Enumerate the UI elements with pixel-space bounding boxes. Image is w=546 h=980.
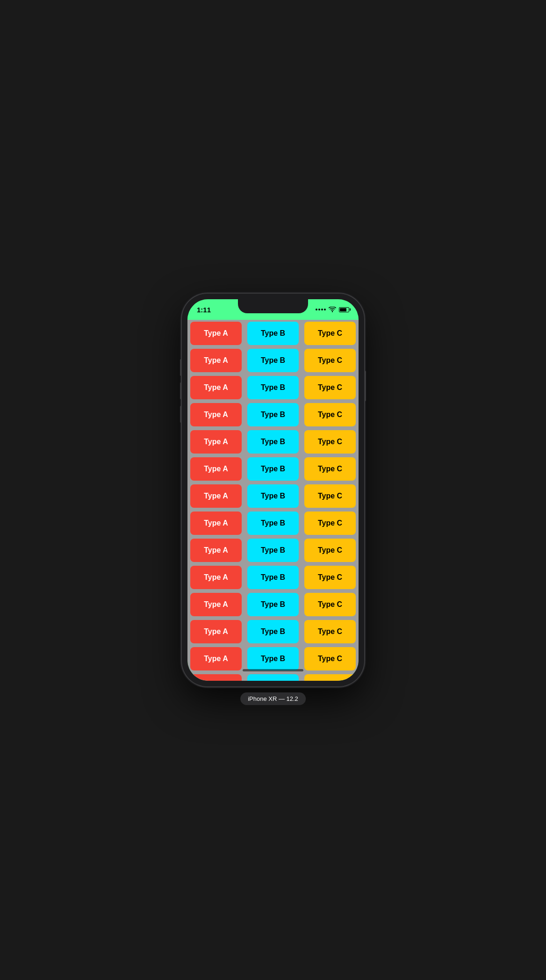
cell-wrapper-b-13: Type B bbox=[244, 672, 302, 681]
cell-wrapper-c-11: Type C bbox=[302, 618, 359, 645]
cell-wrapper-a-9: Type A bbox=[187, 564, 244, 591]
cell-wrapper-b-0: Type B bbox=[244, 320, 302, 347]
svg-point-0 bbox=[332, 311, 333, 312]
cell-type-b-0[interactable]: Type B bbox=[247, 322, 299, 345]
cell-type-a-9[interactable]: Type A bbox=[190, 566, 242, 589]
cell-wrapper-c-4: Type C bbox=[302, 428, 359, 455]
cell-type-c-9[interactable]: Type C bbox=[304, 566, 356, 589]
cell-type-a-0[interactable]: Type A bbox=[190, 322, 242, 345]
cell-wrapper-a-7: Type A bbox=[187, 510, 244, 537]
cell-wrapper-c-7: Type C bbox=[302, 510, 359, 537]
cell-type-b-12[interactable]: Type B bbox=[247, 647, 299, 670]
content-area: Type AType BType CType AType BType CType… bbox=[187, 320, 359, 681]
cell-wrapper-b-5: Type B bbox=[244, 455, 302, 483]
cell-type-c-0[interactable]: Type C bbox=[304, 322, 356, 345]
cell-type-b-9[interactable]: Type B bbox=[247, 566, 299, 589]
cell-wrapper-c-12: Type C bbox=[302, 645, 359, 672]
cell-wrapper-b-1: Type B bbox=[244, 347, 302, 374]
cell-type-b-2[interactable]: Type B bbox=[247, 376, 299, 399]
cell-wrapper-b-2: Type B bbox=[244, 374, 302, 401]
cell-type-c-3[interactable]: Type C bbox=[304, 403, 356, 426]
cell-wrapper-c-6: Type C bbox=[302, 483, 359, 510]
cell-type-a-8[interactable]: Type A bbox=[190, 539, 242, 562]
cell-type-c-1[interactable]: Type C bbox=[304, 349, 356, 372]
cell-wrapper-b-9: Type B bbox=[244, 564, 302, 591]
cell-wrapper-a-10: Type A bbox=[187, 591, 244, 618]
cell-type-c-10[interactable]: Type C bbox=[304, 593, 356, 616]
cell-wrapper-c-9: Type C bbox=[302, 564, 359, 591]
cell-type-c-5[interactable]: Type C bbox=[304, 457, 356, 481]
status-notch bbox=[238, 299, 308, 313]
cell-type-b-4[interactable]: Type B bbox=[247, 430, 299, 454]
cell-wrapper-b-4: Type B bbox=[244, 428, 302, 455]
cell-type-b-13[interactable]: Type B bbox=[247, 674, 299, 681]
cell-type-c-12[interactable]: Type C bbox=[304, 647, 356, 670]
cell-type-c-8[interactable]: Type C bbox=[304, 539, 356, 562]
cell-wrapper-c-8: Type C bbox=[302, 537, 359, 564]
signal-dot-4 bbox=[324, 309, 326, 310]
cell-wrapper-c-0: Type C bbox=[302, 320, 359, 347]
cell-wrapper-b-6: Type B bbox=[244, 483, 302, 510]
cell-type-a-11[interactable]: Type A bbox=[190, 620, 242, 643]
phone-wrapper: 1:11 bbox=[182, 294, 364, 686]
status-icons bbox=[316, 307, 349, 312]
cell-wrapper-c-5: Type C bbox=[302, 455, 359, 483]
cell-wrapper-b-10: Type B bbox=[244, 591, 302, 618]
cell-wrapper-c-3: Type C bbox=[302, 401, 359, 428]
cell-wrapper-b-3: Type B bbox=[244, 401, 302, 428]
cell-wrapper-a-12: Type A bbox=[187, 645, 244, 672]
cell-type-a-10[interactable]: Type A bbox=[190, 593, 242, 616]
cell-type-b-11[interactable]: Type B bbox=[247, 620, 299, 643]
cell-type-b-10[interactable]: Type B bbox=[247, 593, 299, 616]
cell-wrapper-a-8: Type A bbox=[187, 537, 244, 564]
cell-wrapper-c-1: Type C bbox=[302, 347, 359, 374]
status-time: 1:11 bbox=[197, 306, 211, 314]
cell-type-c-6[interactable]: Type C bbox=[304, 484, 356, 508]
cell-type-c-4[interactable]: Type C bbox=[304, 430, 356, 454]
cell-type-a-4[interactable]: Type A bbox=[190, 430, 242, 454]
cell-type-a-1[interactable]: Type A bbox=[190, 349, 242, 372]
cell-type-c-7[interactable]: Type C bbox=[304, 512, 356, 535]
cell-wrapper-b-12: Type B bbox=[244, 645, 302, 672]
phone-screen: 1:11 bbox=[187, 299, 359, 681]
cell-type-a-6[interactable]: Type A bbox=[190, 484, 242, 508]
cell-wrapper-a-3: Type A bbox=[187, 401, 244, 428]
cell-type-a-3[interactable]: Type A bbox=[190, 403, 242, 426]
signal-dot-3 bbox=[321, 309, 323, 310]
cell-type-b-8[interactable]: Type B bbox=[247, 539, 299, 562]
cell-wrapper-b-11: Type B bbox=[244, 618, 302, 645]
status-bar: 1:11 bbox=[187, 299, 359, 320]
cell-type-a-12[interactable]: Type A bbox=[190, 647, 242, 670]
device-label: iPhone XR — 12.2 bbox=[240, 692, 306, 705]
cell-wrapper-a-11: Type A bbox=[187, 618, 244, 645]
cell-wrapper-b-8: Type B bbox=[244, 537, 302, 564]
cell-type-a-2[interactable]: Type A bbox=[190, 376, 242, 399]
cell-wrapper-c-2: Type C bbox=[302, 374, 359, 401]
cell-type-a-7[interactable]: Type A bbox=[190, 512, 242, 535]
cell-wrapper-c-10: Type C bbox=[302, 591, 359, 618]
signal-dots bbox=[316, 309, 326, 310]
home-indicator bbox=[243, 669, 303, 671]
cell-type-b-5[interactable]: Type B bbox=[247, 457, 299, 481]
signal-dot-1 bbox=[316, 309, 317, 310]
cell-type-b-1[interactable]: Type B bbox=[247, 349, 299, 372]
wifi-icon bbox=[329, 307, 336, 312]
grid-container: Type AType BType CType AType BType CType… bbox=[187, 320, 359, 681]
signal-dot-2 bbox=[318, 309, 320, 310]
cell-wrapper-a-5: Type A bbox=[187, 455, 244, 483]
cell-wrapper-a-2: Type A bbox=[187, 374, 244, 401]
cell-wrapper-a-4: Type A bbox=[187, 428, 244, 455]
cell-type-b-3[interactable]: Type B bbox=[247, 403, 299, 426]
cell-type-b-7[interactable]: Type B bbox=[247, 512, 299, 535]
cell-wrapper-a-0: Type A bbox=[187, 320, 244, 347]
battery-icon bbox=[339, 307, 349, 312]
cell-type-b-6[interactable]: Type B bbox=[247, 484, 299, 508]
cell-type-c-11[interactable]: Type C bbox=[304, 620, 356, 643]
cell-type-c-2[interactable]: Type C bbox=[304, 376, 356, 399]
battery-fill bbox=[340, 308, 346, 311]
cell-type-a-5[interactable]: Type A bbox=[190, 457, 242, 481]
cell-wrapper-a-6: Type A bbox=[187, 483, 244, 510]
cell-wrapper-a-1: Type A bbox=[187, 347, 244, 374]
cell-wrapper-b-7: Type B bbox=[244, 510, 302, 537]
